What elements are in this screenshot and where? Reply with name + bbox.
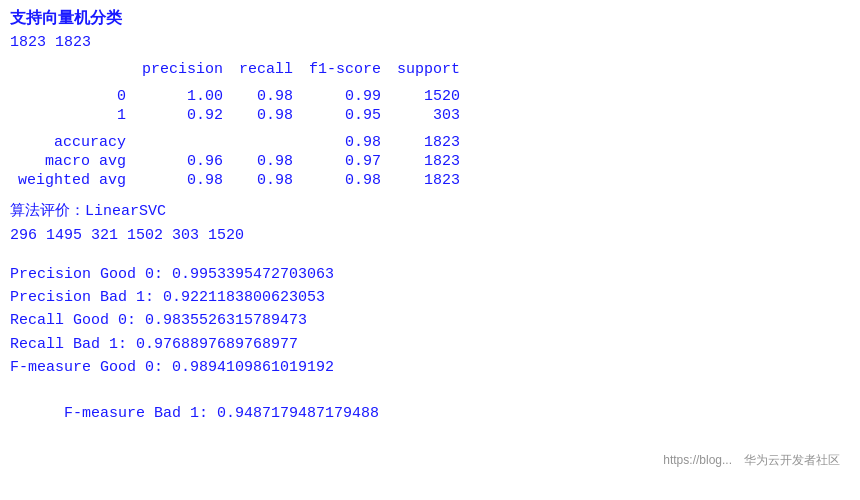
table-row-weighted: weighted avg 0.98 0.98 0.98 1823: [10, 171, 468, 190]
fmeasure-bad-1-text: F-measure Bad 1: 0.9487179487179488: [64, 405, 379, 422]
accuracy-recall: [231, 133, 301, 152]
weighted-f1: 0.98: [301, 171, 389, 190]
algo-label: 算法评价：LinearSVC: [10, 200, 850, 223]
row-0-label: 0: [10, 87, 134, 106]
table-row-1: 1 0.92 0.98 0.95 303: [10, 106, 468, 125]
row-0-support: 1520: [389, 87, 468, 106]
row-1-f1: 0.95: [301, 106, 389, 125]
macro-support: 1823: [389, 152, 468, 171]
weighted-precision: 0.98: [134, 171, 231, 190]
metric-recall-bad-1: Recall Bad 1: 0.9768897689768977: [10, 333, 850, 356]
watermark-text: https://blog... 华为云开发者社区: [663, 451, 840, 470]
row-0-precision: 1.00: [134, 87, 231, 106]
macro-f1: 0.97: [301, 152, 389, 171]
spacer-row-1: [10, 79, 468, 87]
table-header-row: precision recall f1-score support: [10, 60, 468, 79]
metrics-section: Precision Good 0: 0.9953395472703063 Pre…: [10, 263, 850, 472]
page-title: 支持向量机分类: [10, 8, 850, 29]
row-1-precision: 0.92: [134, 106, 231, 125]
weighted-recall: 0.98: [231, 171, 301, 190]
row-1-recall: 0.98: [231, 106, 301, 125]
metric-fmeasure-bad-1: F-measure Bad 1: 0.9487179487179488 http…: [10, 379, 850, 472]
metric-recall-good-0: Recall Good 0: 0.9835526315789473: [10, 309, 850, 332]
table-row-macro: macro avg 0.96 0.98 0.97 1823: [10, 152, 468, 171]
table-row-accuracy: accuracy 0.98 1823: [10, 133, 468, 152]
classification-report-table: precision recall f1-score support 0 1.00…: [10, 60, 468, 190]
spacer-row-2: [10, 125, 468, 133]
weighted-label: weighted avg: [10, 171, 134, 190]
accuracy-precision: [134, 133, 231, 152]
counts-line: 1823 1823: [10, 31, 850, 54]
row-0-f1: 0.99: [301, 87, 389, 106]
row-0-recall: 0.98: [231, 87, 301, 106]
macro-label: macro avg: [10, 152, 134, 171]
accuracy-f1: 0.98: [301, 133, 389, 152]
col-recall-header: recall: [231, 60, 301, 79]
metric-precision-bad-1: Precision Bad 1: 0.9221183800623053: [10, 286, 850, 309]
table-row-0: 0 1.00 0.98 0.99 1520: [10, 87, 468, 106]
algo-counts: 296 1495 321 1502 303 1520: [10, 224, 850, 247]
col-support-header: support: [389, 60, 468, 79]
algo-section: 算法评价：LinearSVC 296 1495 321 1502 303 152…: [10, 200, 850, 247]
metric-fmeasure-good-0: F-measure Good 0: 0.9894109861019192: [10, 356, 850, 379]
macro-recall: 0.98: [231, 152, 301, 171]
col-f1-header: f1-score: [301, 60, 389, 79]
row-1-support: 303: [389, 106, 468, 125]
row-1-label: 1: [10, 106, 134, 125]
metric-precision-good-0: Precision Good 0: 0.9953395472703063: [10, 263, 850, 286]
weighted-support: 1823: [389, 171, 468, 190]
accuracy-label: accuracy: [10, 133, 134, 152]
col-precision-header: precision: [134, 60, 231, 79]
accuracy-support: 1823: [389, 133, 468, 152]
main-container: 支持向量机分类 1823 1823 precision recall f1-sc…: [10, 8, 850, 472]
col-label-header: [10, 60, 134, 79]
macro-precision: 0.96: [134, 152, 231, 171]
blank-line: [10, 255, 850, 263]
